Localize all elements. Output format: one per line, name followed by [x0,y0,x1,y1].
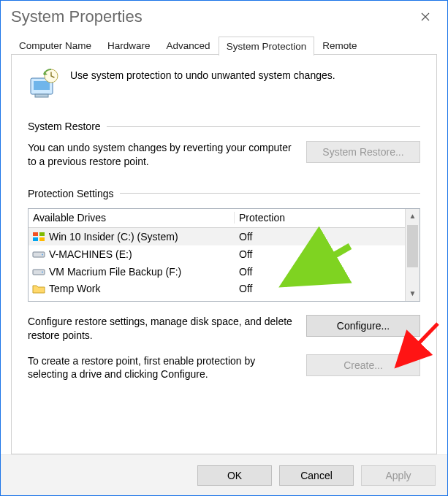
svg-rect-2 [35,94,48,97]
svg-rect-7 [39,237,45,241]
group-header-protection: Protection Settings [28,188,420,199]
drive-status: Off [235,248,405,260]
scroll-down-icon[interactable]: ▼ [406,286,419,301]
scroll-up-icon[interactable]: ▲ [406,209,419,224]
restore-desc: You can undo system changes by reverting… [28,141,296,169]
svg-rect-5 [39,232,45,236]
divider [120,193,420,194]
drive-status: Off [235,283,405,294]
hdd-icon [31,248,46,260]
intro-row: Use system protection to undo unwanted s… [28,68,420,100]
scrollbar[interactable]: ▲ ▼ [405,209,419,301]
drive-row[interactable]: Win 10 Insider (C:) (System) Off [29,228,405,245]
cancel-button[interactable]: Cancel [279,465,354,486]
drive-name: VM Macrium File Backup (F:) [49,266,181,278]
tab-system-protection[interactable]: System Protection [219,37,315,56]
create-button[interactable]: Create... [306,354,420,376]
group-system-restore: System Restore You can undo system chang… [28,121,420,169]
col-available-drives[interactable]: Available Drives [29,212,235,224]
group-title-protection: Protection Settings [28,188,114,199]
configure-desc: Configure restore settings, manage disk … [28,315,296,343]
system-protection-icon [28,68,60,100]
group-protection-settings: Protection Settings Available Drives Pro… [28,188,420,382]
drive-row[interactable]: VM Macrium File Backup (F:) Off [29,263,405,281]
system-restore-button[interactable]: System Restore... [306,141,420,163]
drive-name: V-MACHINES (E:) [49,248,132,260]
tab-hardware[interactable]: Hardware [99,37,159,55]
windows-drive-icon [31,231,46,243]
ok-button[interactable]: OK [197,465,272,486]
drive-list[interactable]: Available Drives Protection Win 10 Insid… [28,208,420,302]
folder-icon [31,283,46,294]
drive-row[interactable]: Temp Work Off [29,281,405,297]
close-icon [421,12,430,21]
svg-rect-4 [33,232,38,236]
tab-strip: Computer Name Hardware Advanced System P… [1,33,447,55]
divider [107,126,420,127]
svg-rect-6 [33,237,38,241]
drive-list-header: Available Drives Protection [29,209,405,228]
drive-row[interactable]: V-MACHINES (E:) Off [29,245,405,263]
svg-point-11 [42,271,43,272]
drive-name: Win 10 Insider (C:) (System) [49,231,178,243]
group-header-restore: System Restore [28,121,420,132]
svg-rect-1 [34,81,50,90]
hdd-icon [31,266,46,278]
drive-name: Temp Work [49,283,101,294]
tab-computer-name[interactable]: Computer Name [11,37,99,55]
col-protection[interactable]: Protection [235,212,405,224]
window-title: System Properties [11,7,143,26]
titlebar: System Properties [1,1,447,33]
apply-button[interactable]: Apply [361,465,436,486]
create-desc: To create a restore point, first enable … [28,354,296,382]
group-title-restore: System Restore [28,121,101,132]
intro-text: Use system protection to undo unwanted s… [70,68,335,81]
configure-button[interactable]: Configure... [306,315,420,337]
drive-status: Off [235,231,405,243]
dialog-footer: OK Cancel Apply [1,454,447,495]
tab-remote[interactable]: Remote [314,37,365,55]
svg-point-9 [42,253,43,255]
drive-status: Off [235,266,405,278]
tab-content: Use system protection to undo unwanted s… [11,55,437,454]
tab-advanced[interactable]: Advanced [159,37,219,55]
close-button[interactable] [409,5,441,28]
scroll-thumb[interactable] [407,225,418,267]
